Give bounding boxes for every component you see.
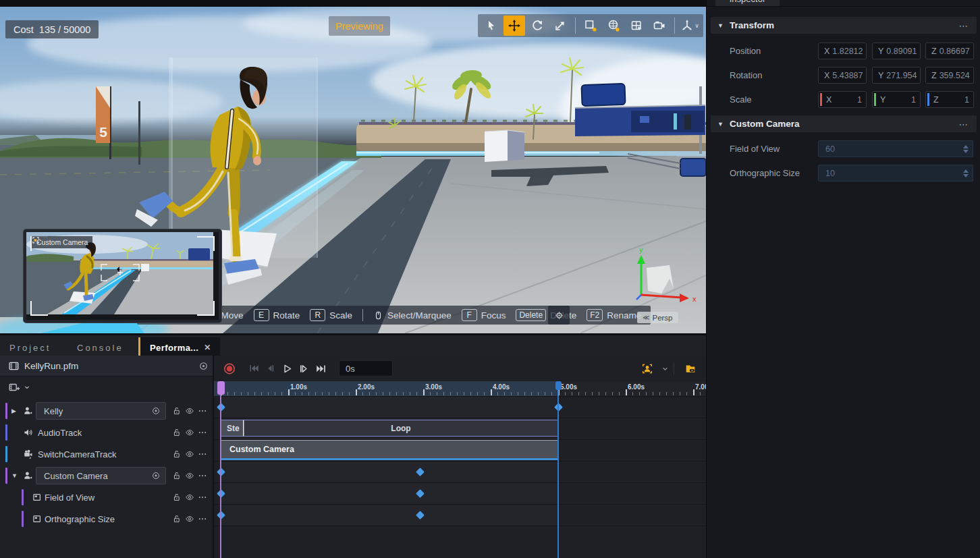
track-row-kelly[interactable]: ▶Kelly (0, 400, 213, 422)
toolbar-camera-view-tool[interactable] (649, 16, 670, 36)
film-icon (8, 360, 20, 372)
toolbar-layout-grid-tool[interactable] (626, 16, 647, 36)
position-y-field[interactable]: Y0.89091 (872, 43, 921, 59)
clip-label: Ste (227, 424, 240, 433)
dots-icon[interactable] (196, 448, 209, 460)
toolbar-rect-transform-tool[interactable] (580, 16, 601, 36)
dots-icon[interactable] (196, 426, 209, 439)
spinner[interactable] (963, 169, 969, 177)
clip-ste[interactable]: Ste (221, 420, 244, 437)
tab-console[interactable]: Console (67, 337, 133, 358)
library-eye-icon[interactable] (684, 362, 697, 374)
scale-y-field[interactable]: Y1 (872, 91, 921, 108)
toolbar-select-tool[interactable] (481, 16, 502, 36)
tab-project[interactable]: Project (0, 337, 60, 358)
playhead-handle[interactable] (217, 381, 225, 395)
track-row-field-of-view[interactable]: Field of View (0, 486, 213, 508)
camera-preview-pip[interactable]: Custom Camera (24, 229, 221, 323)
orthographic-size-input[interactable]: 10 (818, 165, 973, 182)
track-row-audiotrack[interactable]: AudioTrack (0, 422, 213, 443)
rotation-x-field[interactable]: X5.43887 (818, 67, 867, 84)
scale-z-field[interactable]: Z1 (925, 91, 974, 108)
lock-open-icon[interactable] (171, 470, 183, 482)
hint-rename: F2Rename (587, 309, 641, 321)
section-menu-button[interactable]: ⋯ (959, 20, 969, 31)
target-icon[interactable] (150, 405, 162, 417)
chevron-down-icon[interactable] (22, 381, 32, 393)
toolbar-rotate-tool[interactable] (526, 16, 548, 36)
position-z-field[interactable]: Z0.86697 (925, 43, 974, 59)
viewport-3d[interactable]: 5 (0, 0, 706, 333)
lock-open-icon[interactable] (171, 426, 183, 439)
step-forward-icon[interactable] (298, 362, 310, 374)
rotation-y-field[interactable]: Y271.954 (872, 67, 921, 84)
eye-icon[interactable] (184, 426, 196, 439)
tab-label: Performa... (150, 343, 198, 353)
timeline-ruler[interactable]: 1.00s2.00s3.00s4.00s5.00s6.00s7.00s (214, 381, 706, 396)
hint-scale: RScale (310, 309, 352, 321)
dots-icon[interactable] (196, 470, 209, 482)
eye-icon[interactable] (184, 448, 196, 460)
time-display[interactable]: 0s (339, 360, 393, 376)
spinner[interactable] (963, 145, 969, 153)
eye-icon[interactable] (184, 470, 196, 482)
skip-end-icon[interactable] (315, 362, 327, 374)
expander-open-icon[interactable]: ▼ (11, 472, 18, 479)
sequence-end-line[interactable] (557, 381, 559, 558)
target-icon[interactable] (150, 470, 162, 482)
ruler-tick (457, 392, 458, 395)
chevron-down-icon[interactable] (659, 362, 671, 374)
playhead[interactable] (220, 381, 221, 558)
track-name-box[interactable]: Custom Camera (36, 467, 166, 484)
clip-loop[interactable]: Loop (244, 420, 558, 437)
performance-file-row[interactable]: KellyRun.pfm (0, 356, 213, 376)
step-back-icon[interactable] (264, 362, 276, 374)
lock-open-icon[interactable] (171, 405, 183, 417)
clip-custom-camera[interactable]: Custom Camera (221, 440, 558, 460)
section-custom-camera[interactable]: ▼ Custom Camera ⋯ (711, 115, 977, 132)
dots-icon[interactable] (196, 405, 209, 417)
character-select-icon[interactable] (641, 362, 653, 374)
target-icon[interactable] (197, 360, 209, 372)
projection-mode-button[interactable]: ≪ Persp (637, 312, 678, 323)
skip-start-icon[interactable] (248, 362, 260, 374)
dots-icon[interactable] (196, 491, 209, 503)
eye-icon[interactable] (184, 513, 196, 525)
rotation-z-field[interactable]: Z359.524 (925, 67, 974, 84)
track-row-switchcameratrack[interactable]: SwitchCameraTrack (0, 443, 213, 465)
record-icon[interactable] (223, 362, 236, 374)
toolbar-axis-mode-tool[interactable]: ∨ (679, 16, 701, 36)
tab-inspector[interactable]: Inspector (715, 0, 780, 6)
tab-performa[interactable]: Performa...✕ (138, 337, 220, 358)
toolbar-move-tool[interactable] (503, 16, 525, 36)
field-of-view-input[interactable]: 60 (818, 140, 973, 157)
lock-open-icon[interactable] (171, 448, 183, 460)
track-row-custom-camera[interactable]: ▼Custom Camera (0, 465, 213, 486)
banner-number: 5 (99, 124, 107, 140)
lock-open-icon[interactable] (171, 491, 183, 503)
section-menu-button[interactable]: ⋯ (959, 119, 969, 130)
position-x-field[interactable]: X1.82812 (818, 43, 867, 59)
ruler-tick (538, 392, 539, 395)
section-transform[interactable]: ▼ Transform ⋯ (711, 17, 977, 34)
toolbar-scale-tool[interactable] (549, 16, 571, 36)
play-icon[interactable] (281, 362, 293, 374)
rect-transform-icon (584, 19, 597, 32)
toolbar-pivot-tool[interactable] (603, 16, 624, 36)
chevron-down-icon: ∨ (695, 22, 699, 29)
dots-icon[interactable] (196, 513, 209, 525)
track-name-box[interactable]: Kelly (36, 402, 166, 420)
scale-x-field[interactable]: X1 (818, 91, 867, 108)
expander-closed-icon[interactable]: ▶ (11, 408, 16, 414)
hint-settings-button[interactable] (548, 306, 570, 325)
eye-icon[interactable] (184, 405, 196, 417)
ruler-tick (437, 392, 437, 395)
close-icon[interactable]: ✕ (204, 343, 211, 352)
ruler-tick (497, 392, 498, 395)
track-row-orthographic-size[interactable]: Orthographic Size (0, 508, 213, 530)
eye-icon[interactable] (184, 491, 196, 503)
lock-open-icon[interactable] (171, 513, 183, 525)
add-track-icon[interactable] (7, 381, 22, 393)
end-marker-handle[interactable] (555, 381, 562, 390)
ruler-tick (302, 392, 302, 395)
